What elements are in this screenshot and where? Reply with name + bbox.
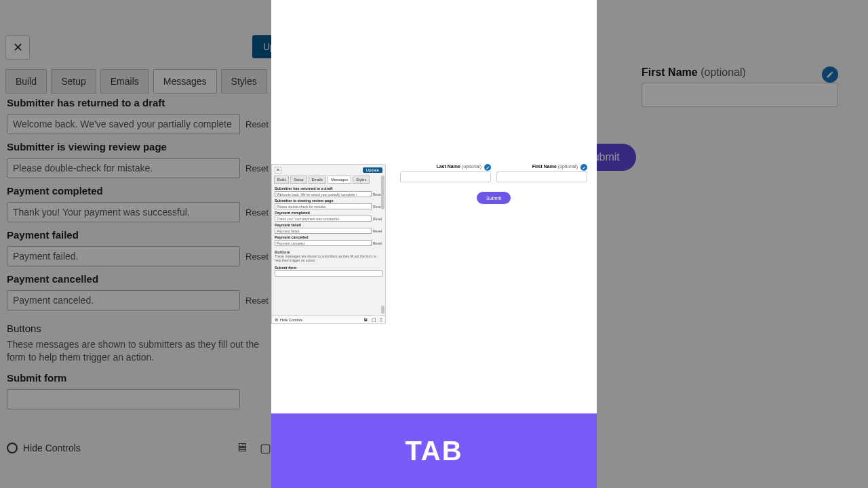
mini-desktop-icon[interactable]: 🖥 (363, 317, 368, 323)
mini-last-name-field: Last Name (optional) (400, 164, 491, 182)
mini-payment-cancelled-title: Payment cancelled (275, 235, 382, 239)
mini-payment-completed-input[interactable]: Thank you! Your payment was successful. (275, 216, 372, 222)
mini-scrollbar[interactable] (381, 176, 384, 209)
mini-last-name-label: Last Name (optional) (400, 164, 491, 169)
mini-tabs: Build Setup Emails Messages Styles (272, 176, 385, 184)
mini-payment-completed-title: Payment completed (275, 211, 382, 215)
mini-buttons-description: These messages are shown to submitters a… (275, 255, 382, 263)
mini-update-button[interactable]: Update (363, 167, 382, 173)
mini-gear-icon[interactable]: ⚙ (275, 318, 278, 322)
mini-tab-setup[interactable]: Setup (290, 176, 307, 184)
mini-payment-cancelled-reset[interactable]: Reset (373, 241, 382, 245)
mini-returned-draft-input[interactable]: Welcome back. We've saved your partially… (275, 191, 372, 197)
mini-payment-failed-reset[interactable]: Reset (373, 229, 382, 233)
mini-first-name-label: First Name (optional) (496, 164, 587, 169)
mini-submit-button[interactable]: Submit (477, 192, 511, 204)
mini-tablet-icon[interactable]: ▢ (372, 317, 376, 323)
mini-returned-draft-title: Submitter has returned to a draft (275, 186, 382, 190)
mini-footer: ⚙ Hide Controls 🖥 ▢ ▯ (272, 315, 385, 323)
mini-payment-failed-title: Payment failed (275, 223, 382, 227)
mini-tab-emails[interactable]: Emails (309, 176, 327, 184)
mini-first-name-edit-icon[interactable] (580, 164, 587, 171)
mini-first-name-input[interactable] (496, 171, 587, 182)
mini-editor-panel: ✕ Update Build Setup Emails Messages Sty… (271, 164, 386, 324)
mini-tab-messages[interactable]: Messages (328, 176, 351, 184)
mini-payment-completed-reset[interactable]: Reset (373, 217, 382, 221)
mini-submit-form-input[interactable] (275, 270, 382, 277)
mini-submit-form-label: Submit form (275, 266, 382, 270)
tab-banner: TAB (271, 413, 597, 488)
mini-mobile-icon[interactable]: ▯ (380, 317, 382, 323)
mini-last-name-edit-icon[interactable] (484, 164, 491, 171)
mini-payment-cancelled-input[interactable]: Payment canceled. (275, 240, 372, 246)
mini-form-preview: Last Name (optional) First Name (optiona… (393, 164, 594, 204)
mini-review-title: Submitter is viewing review page (275, 199, 382, 203)
tab-banner-text: TAB (405, 436, 462, 466)
mini-payment-failed-input[interactable]: Payment failed. (275, 228, 372, 234)
mini-review-input[interactable]: Please double-check for mistake. (275, 203, 372, 209)
mini-tab-styles[interactable]: Styles (353, 176, 370, 184)
mini-tab-build[interactable]: Build (274, 176, 289, 184)
mini-last-name-input[interactable] (400, 171, 491, 182)
mini-close-button[interactable]: ✕ (275, 167, 281, 174)
mini-first-name-field: First Name (optional) (496, 164, 587, 182)
mini-scrollbar-lower[interactable] (381, 306, 384, 314)
center-focus-column: ✕ Update Build Setup Emails Messages Sty… (271, 0, 597, 488)
mini-hide-controls[interactable]: Hide Controls (280, 318, 302, 322)
